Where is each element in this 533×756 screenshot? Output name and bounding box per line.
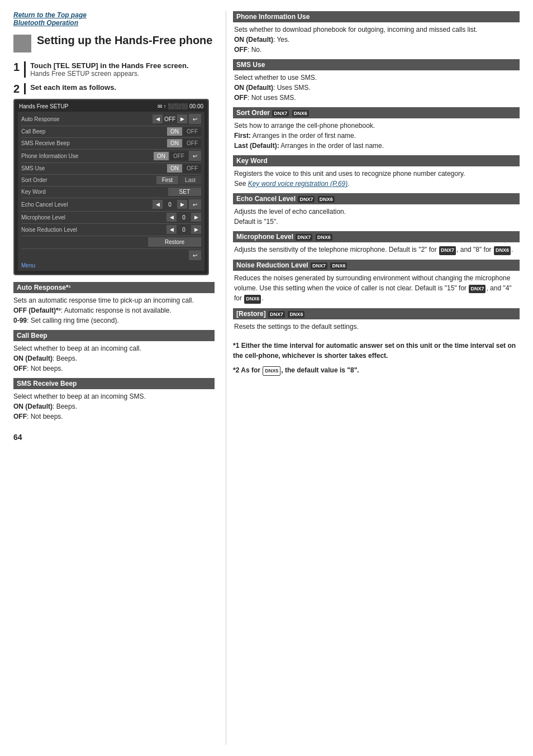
badge-dnx7-restore: DNX7 [268,311,285,318]
footnote-2: *2 As for DNX5, the default value is "8"… [233,365,520,376]
step-2-number: 2 [13,83,20,94]
section-body-auto-response: Sets an automatic response time to pick-… [13,295,215,326]
section-header-key-word: Key Word [233,155,520,166]
sms-receive-on[interactable]: ON [167,139,182,147]
phone-info-off[interactable]: OFF [170,152,188,160]
screen-row-back: ↩ [21,250,201,260]
section-body-phone-info: Sets whether to download phonebook for o… [233,25,520,55]
noise-right[interactable]: ▶ [191,225,201,234]
screen-row-phone-info: Phone Information Use ON OFF ↩ [21,151,201,161]
step-1-title: Touch [TEL SETUP] in the Hands Free scre… [30,61,188,70]
section-body-noise-reduction: Reduces the noises generated by surround… [233,273,520,304]
badge-dnx7-sort: DNX7 [272,110,289,117]
screen-row-auto-response: Auto Response ◀ OFF ▶ ↩ [21,114,201,124]
badge-dnx6-noise2: DNX6 [244,295,261,304]
section-header-call-beep: Call Beep [13,330,215,341]
section-header-sms-use: SMS Use [233,59,520,70]
echo-cancel-left[interactable]: ◀ [153,200,163,209]
screen-row-noise-reduction: Noise Reduction Level ◀ 0 ▶ [21,225,201,234]
section-header-phone-info: Phone Information Use [233,11,520,22]
step-1-bar [24,61,26,78]
step-2-bar [24,83,26,94]
section-header-sort-order: Sort Order DNX7 DNX6 [233,107,520,118]
breadcrumb-link-top[interactable]: Return to the Top page [13,11,87,19]
breadcrumb: Return to the Top page Bluetooth Operati… [13,11,215,27]
sms-use-on[interactable]: ON [167,164,182,173]
footnote-1: *1 Either the time interval for automati… [233,341,520,361]
page-title-block: Setting up the Hands-Free phone [13,34,215,52]
badge-dnx7-echo: DNX7 [298,196,315,203]
mic-level-left[interactable]: ◀ [166,213,177,222]
screen-header: Hands Free SETUP ✉ ↑ ⬛⬛⬛ 00:00 [18,103,204,109]
auto-response-right[interactable]: ▶ [177,114,187,123]
screen-back-button[interactable]: ↩ [189,250,201,260]
sms-receive-off[interactable]: OFF [183,139,201,147]
screen-row-echo-cancel: Echo Cancel Level ◀ 0 ▶ ↩ [21,199,201,209]
section-header-sms-receive-beep: SMS Receive Beep [13,378,215,389]
screen-row-key-word: Key Word SET [21,188,201,196]
badge-dnx7-noise: DNX7 [311,262,327,269]
screen-row-sms-receive-beep: SMS Receive Beep ON OFF [21,139,201,147]
badge-dnx7-mic2: DNX7 [439,246,456,255]
auto-response-left[interactable]: ◀ [153,114,163,123]
badge-dnx5-footnote: DNX5 [263,366,280,376]
badge-dnx6-echo: DNX6 [318,196,335,203]
left-sections: Auto Response*¹ Sets an automatic respon… [13,282,215,422]
section-header-echo-cancel: Echo Cancel Level DNX7 DNX6 [233,193,520,204]
section-body-call-beep: Select whether to beep at an incoming ca… [13,343,215,374]
sort-last[interactable]: Last [179,176,201,184]
screen-row-sort-order: Sort Order First Last [21,176,201,184]
screen-row-sms-use: SMS Use ON OFF [21,164,201,173]
screen-row-restore: Restore [21,237,201,247]
section-body-sms-use: Select whether to use SMS. ON (Default):… [233,73,520,103]
section-header-mic-level: Microphone Level DNX7 DNX6 [233,231,520,242]
badge-dnx6-restore: DNX6 [288,311,304,318]
screen-body: Auto Response ◀ OFF ▶ ↩ Call Beep ON OFF [18,112,204,271]
section-body-sort-order: Sets how to arrange the cell-phone phone… [233,121,520,151]
call-beep-off[interactable]: OFF [183,127,201,136]
sort-first[interactable]: First [156,176,178,184]
screen-row-mic-level: Microphone Level ◀ 0 ▶ [21,213,201,222]
echo-cancel-right[interactable]: ▶ [177,200,187,209]
badge-dnx6-sort: DNX6 [292,110,309,117]
screen-mockup: Hands Free SETUP ✉ ↑ ⬛⬛⬛ 00:00 Auto Resp… [13,99,209,275]
page-number: 64 [13,433,215,442]
step-2-title: Set each item as follows. [30,83,116,92]
screen-row-call-beep: Call Beep ON OFF [21,127,201,136]
badge-dnx7-mic: DNX7 [296,234,312,241]
screen-status-icons: ✉ ↑ ⬛⬛⬛ 00:00 [158,103,203,109]
badge-dnx6-mic2: DNX6 [494,246,511,255]
section-header-auto-response: Auto Response*¹ [13,282,215,293]
section-body-sms-receive-beep: Select whether to beep at an incoming SM… [13,391,215,422]
section-body-key-word: Registers the voice to this unit and use… [233,169,520,189]
sms-use-off[interactable]: OFF [183,164,201,173]
auto-response-back[interactable]: ↩ [189,114,201,124]
restore-button[interactable]: Restore [148,237,201,247]
step-1-sub: Hands Free SETUP screen appears. [30,70,188,78]
step-2: 2 Set each item as follows. [13,83,215,94]
call-beep-on[interactable]: ON [167,127,182,136]
key-word-set[interactable]: SET [168,188,201,196]
section-header-restore: [Restore] DNX7 DNX6 [233,308,520,319]
section-body-mic-level: Adjusts the sensitivity of the telephone… [233,245,520,255]
section-body-echo-cancel: Adjusts the level of echo cancellation. … [233,207,520,227]
echo-cancel-back[interactable]: ↩ [189,199,201,209]
badge-dnx7-noise2: DNX7 [469,285,486,294]
title-icon [13,35,31,52]
badge-dnx6-noise: DNX6 [330,262,347,269]
mic-level-right[interactable]: ▶ [191,213,201,222]
screen-title: Hands Free SETUP [19,103,68,109]
step-1: 1 Touch [TEL SETUP] in the Hands Free sc… [13,61,215,78]
right-column: Phone Information Use Sets whether to do… [226,11,520,745]
key-word-link[interactable]: Key word voice registration (P.69) [248,180,348,188]
section-header-noise-reduction: Noise Reduction Level DNX7 DNX6 [233,260,520,271]
section-body-restore: Resets the settings to the default setti… [233,322,520,332]
noise-left[interactable]: ◀ [166,225,177,234]
badge-dnx6-mic: DNX6 [316,234,332,241]
screen-menu: Menu [21,262,201,269]
step-1-number: 1 [13,61,20,73]
phone-info-back[interactable]: ↩ [189,151,201,161]
page-title: Setting up the Hands-Free phone [37,34,212,47]
breadcrumb-link-bt[interactable]: Bluetooth Operation [13,19,78,27]
phone-info-on[interactable]: ON [154,152,169,160]
